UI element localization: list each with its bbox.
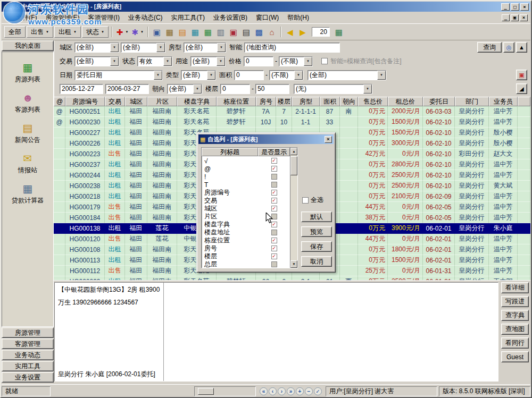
- home-icon-button[interactable]: ⌂: [265, 26, 278, 38]
- locate-circle-button[interactable]: ◎: [503, 42, 514, 53]
- subdistrict-combo[interactable]: (全部)▼: [121, 43, 165, 53]
- display-checkbox[interactable]: ✓: [271, 190, 277, 196]
- save-button[interactable]: 保存: [301, 241, 332, 252]
- table-row[interactable]: @HG000251出租福田福田南彩天名苑碧梦轩7A72-1-1-187南0万元2…: [54, 106, 530, 117]
- menu-item[interactable]: 房源管理(E): [41, 12, 84, 24]
- chevron-down-icon[interactable]: ▼: [140, 30, 144, 33]
- dialog-title-bar[interactable]: ▦ 自选列 - [房源列表] ×: [198, 134, 334, 144]
- column-header[interactable]: 片区: [147, 97, 177, 106]
- menu-item[interactable]: 帮助(H): [283, 12, 313, 24]
- sidebar-group-desktop[interactable]: 我的桌面: [2, 40, 54, 51]
- display-checkbox[interactable]: ✓: [271, 238, 277, 243]
- date-to-input[interactable]: 2006-03-27: [105, 84, 149, 94]
- facing-combo[interactable]: (全部)▼: [167, 84, 202, 94]
- query-button[interactable]: 查询: [477, 42, 502, 53]
- sidebar-group-button[interactable]: 房源管理: [2, 327, 54, 338]
- photo-icon-button[interactable]: ▣: [227, 26, 240, 38]
- floor-min-input[interactable]: 0: [220, 84, 250, 94]
- dialog-column-row[interactable]: @✓: [202, 165, 290, 173]
- dialog-column-row[interactable]: 交易✓: [202, 197, 290, 205]
- area-min-input[interactable]: 0: [234, 70, 264, 80]
- price-max-combo[interactable]: (不限)▼: [279, 56, 313, 66]
- estate-extra-combo[interactable]: (全部)▼: [307, 70, 386, 80]
- display-checkbox[interactable]: [271, 261, 277, 267]
- first-record-button[interactable]: «: [260, 387, 268, 395]
- chevron-down-icon[interactable]: ▼: [154, 71, 162, 80]
- guest-button[interactable]: Guest: [501, 351, 529, 362]
- date-from-input[interactable]: 2005-12-27: [60, 84, 103, 94]
- chevron-down-icon[interactable]: ▼: [363, 84, 372, 94]
- scroll-thumb[interactable]: [290, 156, 297, 175]
- table-green-icon-button[interactable]: ▦: [202, 26, 214, 38]
- menu-item[interactable]: 客源管理(I): [84, 12, 124, 24]
- dialog-column-row[interactable]: 楼盘地址: [202, 228, 290, 236]
- display-checkbox[interactable]: ✓: [271, 253, 277, 259]
- chevron-down-icon[interactable]: ▼: [193, 84, 202, 94]
- roomtype-combo[interactable]: (全部)▼: [184, 43, 226, 53]
- dialog-column-row[interactable]: 总层: [202, 260, 290, 267]
- mdi-close-button[interactable]: ×: [520, 14, 528, 21]
- display-checkbox[interactable]: ✓: [271, 166, 277, 172]
- menu-item[interactable]: 文件(F): [12, 12, 41, 24]
- display-checkbox[interactable]: [271, 182, 277, 188]
- column-header[interactable]: 朝向: [340, 97, 358, 106]
- chevron-down-icon[interactable]: ▼: [217, 57, 225, 66]
- print-icon-button[interactable]: ▤: [240, 26, 253, 38]
- chevron-down-icon[interactable]: ▼: [163, 57, 172, 66]
- title-bar[interactable]: ⌂ 房友中介管理系统 - (试用用户) - [房源列表] _□×: [2, 2, 530, 12]
- dialog-column-row[interactable]: 片区: [202, 213, 290, 221]
- last-record-button[interactable]: »: [287, 387, 295, 395]
- chevron-down-icon[interactable]: ▼: [377, 71, 386, 80]
- column-header[interactable]: 部门: [455, 97, 489, 106]
- filter-status-button[interactable]: 状态▼: [82, 26, 109, 38]
- column-header[interactable]: 房号: [256, 97, 276, 106]
- type-combo[interactable]: (全部)▼: [181, 70, 216, 80]
- chevron-down-icon[interactable]: ▼: [73, 30, 77, 33]
- district-combo[interactable]: (全部)▼: [74, 43, 119, 53]
- dialog-column-row[interactable]: T: [202, 181, 290, 189]
- sidebar-item[interactable]: ☻客源列表: [15, 92, 40, 114]
- chevron-down-icon[interactable]: ▼: [294, 71, 303, 80]
- display-checkbox[interactable]: ✓: [271, 206, 277, 211]
- column-header[interactable]: 房型: [292, 97, 320, 106]
- column-header[interactable]: 委托日: [423, 97, 455, 106]
- column-header[interactable]: 房源编号: [65, 97, 105, 106]
- column-header[interactable]: 售总价: [358, 97, 388, 106]
- table-row[interactable]: HG000099出租福田福田南彩天名苑碧梦轩0662-161西0万元2500元/…: [54, 276, 530, 280]
- dialog-column-row[interactable]: 房号✓: [202, 244, 290, 252]
- filter-all-button[interactable]: 全部: [4, 26, 26, 38]
- sidebar-item[interactable]: ✉情报站: [18, 153, 37, 175]
- summary-icon-button[interactable]: ▦: [332, 26, 345, 38]
- area-max-combo[interactable]: (不限)▼: [269, 70, 303, 80]
- dialog-column-row[interactable]: 城区✓: [202, 205, 290, 213]
- scroll-down-icon[interactable]: ▼: [290, 260, 297, 268]
- table-row[interactable]: @HG000230出租福田福田南彩天名苑碧梦轩10J101-1330万元1500…: [54, 117, 530, 128]
- prev-record-button[interactable]: ‹: [269, 387, 277, 395]
- lookup-map-button[interactable]: 查地图: [501, 324, 529, 335]
- preview-button[interactable]: 预览: [301, 226, 332, 237]
- usage-combo[interactable]: (全部)▼: [190, 56, 226, 66]
- sidebar-group-button[interactable]: 业务设置: [2, 372, 54, 383]
- view-peers-button[interactable]: 看同行: [501, 337, 529, 349]
- chevron-down-icon[interactable]: ▼: [217, 43, 226, 52]
- dialog-scrollbar[interactable]: ▲ ▼: [290, 148, 297, 268]
- dialog-column-row[interactable]: √✓: [202, 157, 290, 165]
- column-header[interactable]: 租总价: [388, 97, 423, 106]
- forward-button[interactable]: ▶: [296, 26, 309, 38]
- menu-item[interactable]: 业务设置(B): [209, 12, 252, 24]
- chevron-down-icon[interactable]: ▼: [110, 57, 119, 66]
- default-button[interactable]: 默认: [301, 211, 332, 222]
- display-checkbox[interactable]: [271, 174, 277, 180]
- collapse-panel-button[interactable]: ▲: [516, 42, 527, 53]
- column-header[interactable]: @: [54, 97, 65, 106]
- maximize-button[interactable]: □: [511, 3, 519, 11]
- menu-item[interactable]: 业务动态(C): [124, 12, 167, 24]
- scroll-up-icon[interactable]: ▲: [290, 148, 297, 155]
- table-cyan-icon-button[interactable]: ▦: [189, 26, 202, 38]
- dialog-column-row[interactable]: 楼层✓: [202, 252, 290, 260]
- sidebar-group-button[interactable]: 业务动态: [2, 350, 54, 360]
- sidebar-item[interactable]: ▤新闻公告: [15, 122, 40, 145]
- chevron-down-icon[interactable]: ▼: [156, 43, 165, 52]
- select-all-checkbox[interactable]: 全选: [302, 196, 323, 205]
- display-checkbox[interactable]: [271, 230, 277, 235]
